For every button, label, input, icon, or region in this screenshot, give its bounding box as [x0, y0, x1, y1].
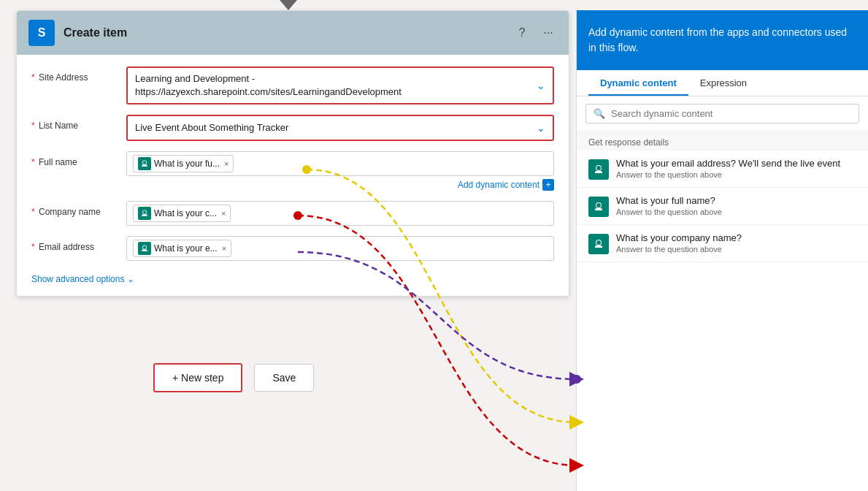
dynamic-item-text-company: What is your company name? Answer to the… — [616, 232, 742, 254]
panel-header-text: Add dynamic content from the apps and co… — [588, 26, 847, 53]
full-name-token[interactable]: What is your fu... × — [133, 155, 234, 172]
full-name-label: * Full name — [31, 151, 126, 167]
right-panel: Add dynamic content from the apps and co… — [576, 10, 868, 491]
company-name-token[interactable]: What is your c... × — [133, 205, 231, 222]
site-address-value: Learning and Development - https://lazye… — [135, 72, 402, 99]
panel-header: Add dynamic content from the apps and co… — [577, 10, 868, 70]
dynamic-item-email[interactable]: What is your email address? We'll send t… — [577, 151, 868, 188]
token-sharepoint-icon — [138, 157, 151, 170]
list-name-control[interactable]: Live Event About Something Tracker ⌄ — [126, 115, 554, 141]
list-name-label: * List Name — [31, 115, 126, 131]
dynamic-item-email-title: What is your email address? We'll send t… — [616, 158, 840, 169]
email-address-token-text: What is your e... — [154, 243, 218, 254]
required-star: * — [31, 72, 35, 83]
email-address-token[interactable]: What is your e... × — [133, 240, 231, 257]
list-name-dropdown[interactable]: Live Event About Something Tracker ⌄ — [126, 115, 554, 141]
bottom-actions: + New step Save — [153, 363, 314, 392]
list-name-value: Live Event About Something Tracker — [135, 121, 288, 134]
dynamic-item-company[interactable]: What is your company name? Answer to the… — [577, 225, 868, 262]
show-advanced-label: Show advanced options — [31, 274, 124, 284]
required-star: * — [31, 242, 35, 252]
list-name-row: * List Name Live Event About Something T… — [31, 115, 554, 141]
add-dynamic-plus-icon: + — [542, 179, 554, 191]
create-item-card: S Create item ? ··· * Site Address Learn… — [16, 10, 569, 297]
list-name-chevron-icon: ⌄ — [537, 122, 545, 134]
add-dynamic-link[interactable]: Add dynamic content + — [458, 179, 554, 191]
dynamic-item-icon-company — [588, 234, 609, 254]
top-connector-arrow — [280, 0, 297, 10]
site-address-label: * Site Address — [31, 66, 126, 83]
company-name-token-close[interactable]: × — [221, 209, 226, 218]
dynamic-item-icon-fullname — [588, 197, 609, 217]
add-dynamic-container: Add dynamic content + — [126, 179, 554, 191]
card-header: S Create item ? ··· — [17, 11, 569, 55]
dynamic-item-fullname[interactable]: What is your full name? Answer to the qu… — [577, 188, 868, 225]
new-step-button[interactable]: + New step — [153, 363, 242, 392]
panel-tabs: Dynamic content Expression — [577, 70, 868, 96]
dynamic-item-company-subtitle: Answer to the question above — [616, 245, 742, 254]
show-advanced-chevron-icon: ⌄ — [127, 274, 134, 284]
full-name-token-text: What is your fu... — [154, 159, 220, 169]
help-icon-btn[interactable]: ? — [513, 24, 531, 42]
email-address-label: * Email address — [31, 236, 126, 252]
card-title: Create item — [64, 26, 513, 39]
company-name-row: * Company name What is your c... × — [31, 201, 554, 226]
site-address-dropdown[interactable]: Learning and Development - https://lazye… — [126, 66, 554, 104]
full-name-token-field[interactable]: What is your fu... × — [126, 151, 554, 176]
company-name-token-field[interactable]: What is your c... × — [126, 201, 554, 226]
panel-search: 🔍 — [577, 96, 868, 132]
panel-section-label: Get response details — [577, 132, 868, 151]
email-address-row: * Email address What is your e... × — [31, 236, 554, 261]
show-advanced-options[interactable]: Show advanced options ⌄ — [31, 274, 134, 284]
tab-dynamic-content[interactable]: Dynamic content — [588, 70, 688, 96]
required-star: * — [31, 157, 35, 167]
required-star: * — [31, 207, 35, 217]
token-sharepoint-icon — [138, 242, 151, 255]
full-name-token-close[interactable]: × — [224, 159, 228, 168]
dynamic-item-fullname-subtitle: Answer to the question above — [616, 208, 722, 216]
email-address-control: What is your e... × — [126, 236, 554, 261]
search-icon: 🔍 — [594, 108, 605, 119]
save-button[interactable]: Save — [254, 364, 314, 392]
company-name-control: What is your c... × — [126, 201, 554, 226]
company-name-label: * Company name — [31, 201, 126, 217]
dynamic-item-email-subtitle: Answer to the question above — [616, 170, 840, 179]
dynamic-item-fullname-title: What is your full name? — [616, 195, 722, 206]
full-name-row: * Full name What is your fu... × — [31, 151, 554, 191]
dynamic-item-icon-email — [588, 159, 609, 180]
site-address-row: * Site Address Learning and Development … — [31, 66, 554, 104]
sharepoint-icon: S — [28, 20, 55, 46]
card-body: * Site Address Learning and Development … — [17, 55, 569, 296]
email-address-token-close[interactable]: × — [222, 244, 226, 253]
site-address-chevron-icon: ⌄ — [537, 80, 545, 91]
required-star: * — [31, 121, 35, 131]
full-name-control: What is your fu... × Add dynamic content… — [126, 151, 554, 191]
company-name-token-text: What is your c... — [154, 208, 217, 218]
dynamic-item-company-title: What is your company name? — [616, 232, 742, 243]
tab-expression[interactable]: Expression — [688, 70, 758, 96]
add-dynamic-label: Add dynamic content — [458, 180, 539, 190]
dynamic-item-text-fullname: What is your full name? Answer to the qu… — [616, 195, 722, 216]
site-address-control[interactable]: Learning and Development - https://lazye… — [126, 66, 554, 104]
email-address-token-field[interactable]: What is your e... × — [126, 236, 554, 261]
search-input[interactable] — [611, 108, 851, 119]
dynamic-item-text-email: What is your email address? We'll send t… — [616, 158, 840, 179]
more-options-btn[interactable]: ··· — [539, 24, 557, 42]
token-sharepoint-icon — [138, 207, 151, 220]
search-box[interactable]: 🔍 — [585, 104, 859, 123]
